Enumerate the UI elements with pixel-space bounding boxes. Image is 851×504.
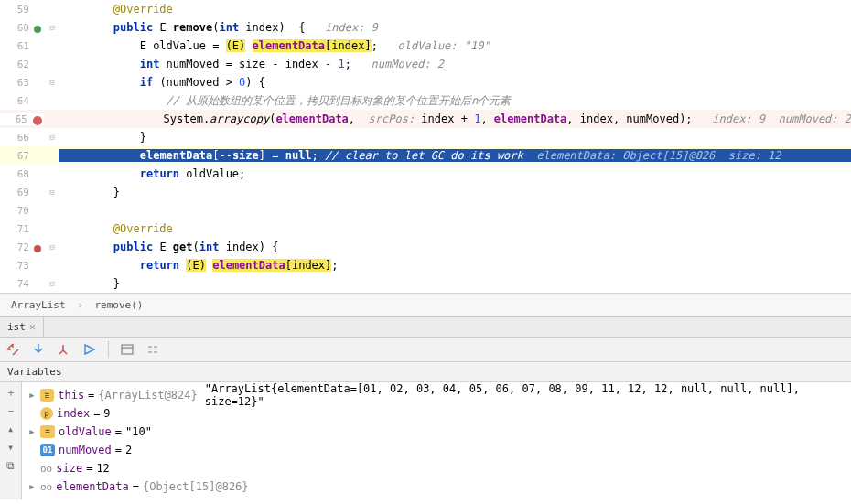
fold-toggle-icon[interactable]: ⊟ bbox=[46, 23, 59, 32]
object-badge-icon: ≡ bbox=[40, 389, 55, 402]
line-number: 62 bbox=[0, 59, 46, 70]
close-icon[interactable]: × bbox=[29, 321, 36, 333]
inline-hint: index: 9 numMoved: 2 bbox=[712, 113, 851, 125]
line-number: 68 bbox=[0, 168, 46, 180]
expand-icon[interactable]: ▶ bbox=[27, 482, 37, 491]
code-line[interactable]: 70 bbox=[0, 201, 851, 220]
copy-icon[interactable]: ⧉ bbox=[5, 459, 17, 472]
code-line[interactable]: 69 ⊟ } bbox=[0, 183, 851, 201]
svg-rect-6 bbox=[148, 351, 152, 353]
comment: // 从原始数组的某个位置，拷贝到目标对象的某个位置开始后n个元素 bbox=[167, 94, 512, 107]
code-line[interactable]: 68 return oldValue; bbox=[0, 165, 851, 183]
code-line[interactable]: 72 ⊟ public E get(int index) { bbox=[0, 238, 851, 256]
variable-row[interactable]: ▶ oo elementData = {Object[15]@826} bbox=[27, 477, 846, 496]
code-line-breakpoint[interactable]: 65 System.arraycopy(elementData, srcPos:… bbox=[0, 110, 851, 128]
annotation: @Override bbox=[113, 3, 173, 16]
watch-down-icon[interactable]: ▾ bbox=[5, 441, 17, 454]
add-watch-icon[interactable]: ＋ bbox=[5, 386, 17, 399]
breakpoint-icon[interactable] bbox=[31, 116, 42, 127]
line-number: 67 bbox=[0, 150, 46, 162]
code-line[interactable]: 60 ⊟ public E remove(int index) { index:… bbox=[0, 18, 851, 37]
param-badge-icon: p bbox=[40, 407, 53, 420]
svg-rect-4 bbox=[148, 346, 152, 348]
code-line-current[interactable]: 67 elementData[--size] = null; // clear … bbox=[0, 146, 851, 165]
settings-icon[interactable] bbox=[145, 342, 160, 357]
variable-row[interactable]: oo size = 12 bbox=[27, 459, 846, 477]
svg-point-0 bbox=[34, 26, 41, 33]
code-line[interactable]: 61 E oldValue = (E) elementData[index]; … bbox=[0, 37, 851, 55]
variable-row[interactable]: ▶ ≡ oldValue = "10" bbox=[27, 423, 846, 441]
variable-row[interactable]: ▶ ≡ this = {ArrayList@824} "ArrayList{el… bbox=[27, 386, 846, 404]
field-badge-icon: oo bbox=[40, 463, 52, 475]
variables-panel: ＋ － ▴ ▾ ⧉ ▶ ≡ this = {ArrayList@824} "Ar… bbox=[0, 382, 851, 499]
inline-hint: elementData: Object[15]@826 size: 12 bbox=[536, 149, 781, 162]
keyword: public bbox=[113, 21, 153, 34]
line-number: 61 bbox=[0, 40, 46, 52]
svg-rect-5 bbox=[154, 346, 157, 348]
breadcrumb-item[interactable]: ArrayList bbox=[11, 299, 66, 311]
expand-icon[interactable]: ▶ bbox=[27, 391, 37, 400]
code-line[interactable]: 63 ⊟ if (numMoved > 0) { bbox=[0, 73, 851, 91]
svg-point-1 bbox=[34, 245, 41, 252]
variables-sidebar: ＋ － ▴ ▾ ⧉ bbox=[0, 382, 22, 499]
code-line[interactable]: 73 return (E) elementData[index]; bbox=[0, 256, 851, 274]
variables-tree[interactable]: ▶ ≡ this = {ArrayList@824} "ArrayList{el… bbox=[22, 382, 851, 499]
line-number: 63 bbox=[0, 77, 46, 89]
code-line[interactable]: 71 @Override bbox=[0, 220, 851, 238]
field-badge-icon: oo bbox=[40, 481, 52, 493]
svg-rect-2 bbox=[122, 345, 133, 354]
code-editor[interactable]: 59 @Override 60 ⊟ public E remove(int in… bbox=[0, 0, 851, 293]
step-over-icon[interactable] bbox=[5, 342, 20, 357]
line-number: 60 bbox=[0, 22, 46, 34]
step-into-icon[interactable] bbox=[31, 342, 46, 357]
fold-toggle-icon[interactable]: ⊟ bbox=[46, 188, 59, 197]
evaluate-icon[interactable] bbox=[120, 342, 135, 357]
inline-hint: numMoved: 2 bbox=[372, 58, 444, 70]
primitive-badge-icon: 01 bbox=[40, 444, 55, 456]
run-to-cursor-icon[interactable] bbox=[82, 342, 97, 357]
code-line[interactable]: 59 @Override bbox=[0, 0, 851, 18]
line-number: 69 bbox=[0, 187, 46, 198]
line-number: 66 bbox=[0, 132, 46, 144]
fold-toggle-icon[interactable]: ⊟ bbox=[46, 133, 59, 142]
inline-hint: index: 9 bbox=[325, 21, 378, 34]
code-line[interactable]: 64 // 从原始数组的某个位置，拷贝到目标对象的某个位置开始后n个元素 bbox=[0, 91, 851, 110]
annotation: @Override bbox=[113, 222, 173, 235]
fold-toggle-icon[interactable]: ⊟ bbox=[46, 242, 59, 252]
inline-hint: oldValue: "10" bbox=[398, 39, 490, 52]
line-number: 65 bbox=[0, 113, 44, 125]
code-line[interactable]: 66 ⊟ } bbox=[0, 128, 851, 146]
object-badge-icon: ≡ bbox=[40, 425, 55, 438]
line-number: 72 bbox=[0, 241, 46, 253]
variables-header: Variables bbox=[0, 362, 851, 382]
code-line[interactable]: 74 ⊟ } bbox=[0, 274, 851, 293]
line-number: 73 bbox=[0, 260, 46, 272]
watch-up-icon[interactable]: ▴ bbox=[5, 423, 17, 435]
variable-row[interactable]: 01 numMoved = 2 bbox=[27, 441, 846, 459]
fold-toggle-icon[interactable]: ⊟ bbox=[46, 279, 59, 288]
override-up-icon[interactable] bbox=[33, 244, 44, 255]
fold-toggle-icon[interactable]: ⊟ bbox=[46, 78, 59, 87]
remove-watch-icon[interactable]: － bbox=[5, 404, 17, 417]
breadcrumb-item[interactable]: remove() bbox=[94, 299, 143, 311]
override-down-icon[interactable] bbox=[33, 25, 44, 36]
step-out-icon[interactable] bbox=[57, 342, 71, 357]
code-line[interactable]: 62 int numMoved = size - index - 1; numM… bbox=[0, 55, 851, 73]
debug-tab-bar: ist × bbox=[0, 316, 851, 338]
line-number: 59 bbox=[0, 4, 46, 16]
svg-rect-7 bbox=[154, 351, 157, 353]
chevron-right-icon: › bbox=[77, 299, 83, 311]
line-number: 70 bbox=[0, 205, 46, 217]
breadcrumb[interactable]: ArrayList › remove() bbox=[0, 293, 851, 316]
debug-tab[interactable]: ist × bbox=[0, 317, 44, 337]
line-number: 64 bbox=[0, 95, 46, 107]
expand-icon[interactable]: ▶ bbox=[27, 427, 37, 436]
debug-toolbar bbox=[0, 338, 851, 362]
separator bbox=[108, 341, 109, 358]
line-number: 71 bbox=[0, 223, 46, 235]
line-number: 74 bbox=[0, 278, 46, 290]
